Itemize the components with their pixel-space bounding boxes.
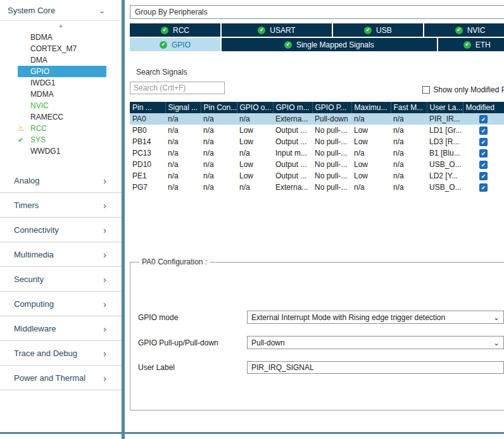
group-by-select[interactable]: Group By Peripherals ⌄: [130, 5, 504, 19]
table-cell: LD1 [Gr...: [427, 125, 463, 136]
user-label-input[interactable]: [247, 361, 504, 374]
column-header-pin[interactable]: Pin ...: [130, 102, 165, 113]
chevron-right-icon: ›: [103, 373, 106, 383]
show-modified-toggle[interactable]: Show only Modified Pins: [422, 85, 504, 94]
tab-usart[interactable]: ✔USART: [222, 23, 332, 37]
table-row-pa0[interactable]: PA0n/an/an/aExterna...Pull-downn/an/aPIR…: [130, 113, 504, 125]
table-cell: Low: [351, 170, 391, 182]
table-cell: Low: [237, 170, 273, 182]
table-cell: n/a: [391, 182, 427, 193]
table-cell: n/a: [391, 170, 427, 182]
table-cell: PD10: [130, 159, 165, 170]
peripheral-sidebar: System Core ⌄ ▴ BDMACORTEX_M7DMAGPIOIWDG…: [0, 0, 122, 439]
tab-gpio[interactable]: ✔GPIO: [130, 38, 220, 51]
chevron-right-icon: ›: [103, 200, 106, 211]
pins-table: Pin ...Signal ...Pin Con...GPIO o...GPIO…: [130, 102, 504, 193]
sidebar-item-rcc[interactable]: ⚠RCC: [0, 123, 122, 134]
sidebar-category-security[interactable]: Security›: [0, 267, 122, 292]
check-icon: ✔: [18, 134, 28, 145]
table-row-pe1[interactable]: PE1n/an/aLowOutput ...No pull-...Lown/aL…: [130, 170, 504, 182]
table-row-pd10[interactable]: PD10n/an/aLowOutput ...No pull-...Lown/a…: [130, 159, 504, 170]
sidebar-category-multimedia[interactable]: Multimedia›: [0, 242, 122, 267]
chevron-right-icon: ›: [103, 274, 106, 285]
tab-label: RCC: [173, 26, 189, 35]
scroll-up-icon[interactable]: ▴: [0, 21, 122, 30]
tab-nvic[interactable]: ✔NVIC: [424, 23, 504, 37]
tab-label: ETH: [476, 40, 491, 49]
sidebar-category-timers[interactable]: Timers›: [0, 193, 122, 218]
gpio-pull-select[interactable]: Pull-down⌄: [247, 336, 504, 349]
pins-table-body: PA0n/an/an/aExterna...Pull-downn/an/aPIR…: [130, 113, 504, 193]
sidebar-category-computing[interactable]: Computing›: [0, 292, 122, 316]
sidebar-category-connectivity[interactable]: Connectivity›: [0, 218, 122, 242]
sidebar-category-trace-and-debug[interactable]: Trace and Debug›: [0, 341, 122, 366]
table-cell: No pull-...: [312, 159, 351, 170]
table-cell: n/a: [201, 170, 237, 182]
show-modified-checkbox[interactable]: [422, 86, 430, 94]
check-circle-icon: ✔: [160, 41, 167, 49]
sidebar-item-dma[interactable]: DMA: [0, 54, 122, 66]
tab-row-2: ✔GPIO✔Single Mapped Signals✔ETH: [130, 38, 504, 51]
gpio-mode-value: External Interrupt Mode with Rising edge…: [251, 313, 445, 322]
modified-checkbox[interactable]: ✔: [479, 138, 488, 146]
sidebar-item-label: NVIC: [30, 101, 49, 110]
column-header-gpio-m[interactable]: GPIO m...: [273, 102, 312, 113]
modified-checkbox[interactable]: ✔: [479, 149, 488, 158]
sidebar-category-middleware[interactable]: Middleware›: [0, 316, 122, 341]
tab-eth[interactable]: ✔ETH: [438, 38, 504, 51]
table-cell: PB0: [130, 125, 165, 136]
column-header-maximu[interactable]: Maximu...: [351, 102, 391, 113]
category-label: Connectivity: [14, 225, 59, 235]
table-cell: Externa...: [273, 182, 312, 193]
tab-usb[interactable]: ✔USB: [333, 23, 423, 37]
table-cell: n/a: [201, 113, 237, 125]
sidebar-item-iwdg1[interactable]: IWDG1: [0, 77, 122, 89]
sidebar-section-system-core[interactable]: System Core ⌄: [0, 0, 122, 21]
modified-checkbox[interactable]: ✔: [479, 183, 488, 192]
sidebar-category-analog[interactable]: Analog›: [0, 168, 122, 193]
check-circle-icon: ✔: [463, 41, 471, 49]
table-cell: n/a: [351, 113, 391, 125]
sidebar-item-sys[interactable]: ✔SYS: [0, 134, 122, 145]
column-header-gpio-p[interactable]: GPIO P...: [312, 102, 351, 113]
sidebar-item-label: IWDG1: [30, 78, 55, 87]
table-row-pc13[interactable]: PC13n/an/an/aInput m...No pull-...n/an/a…: [130, 147, 504, 159]
sidebar-category-power-and-thermal[interactable]: Power and Thermal›: [0, 366, 122, 390]
table-cell: n/a: [351, 147, 391, 159]
sidebar-item-wwdg1[interactable]: WWDG1: [0, 145, 122, 157]
sidebar-item-ramecc[interactable]: RAMECC: [0, 111, 122, 123]
category-label: Multimedia: [14, 250, 54, 259]
search-input[interactable]: [130, 82, 225, 94]
modified-checkbox[interactable]: ✔: [479, 172, 488, 180]
column-header-pin-con[interactable]: Pin Con...: [201, 102, 237, 113]
sidebar-item-bdma[interactable]: BDMA: [0, 32, 122, 43]
tab-label: NVIC: [467, 26, 486, 35]
sidebar-item-gpio[interactable]: GPIO: [18, 66, 106, 77]
table-row-pb14[interactable]: PB14n/an/aLowOutput ...No pull-...Lown/a…: [130, 136, 504, 147]
tab-row-1: ✔RCC✔USART✔USB✔NVIC: [130, 23, 504, 37]
modified-checkbox[interactable]: ✔: [479, 161, 488, 169]
table-row-pg7[interactable]: PG7n/an/an/aExterna...No pull-...n/an/aU…: [130, 182, 504, 193]
table-cell: PA0: [130, 113, 165, 125]
category-label: Security: [14, 275, 44, 284]
gpio-mode-select[interactable]: External Interrupt Mode with Rising edge…: [247, 311, 504, 324]
column-header-signal[interactable]: Signal ...: [165, 102, 201, 113]
tab-label: USART: [270, 26, 295, 35]
column-header-user-la[interactable]: User La...: [427, 102, 463, 113]
column-header-modified[interactable]: Modified: [463, 102, 504, 113]
column-header-gpio-o[interactable]: GPIO o...: [237, 102, 273, 113]
table-cell: Low: [237, 159, 273, 170]
user-label-label: User Label: [138, 363, 247, 372]
column-header-fast-m[interactable]: Fast M...: [391, 102, 427, 113]
tab-single-mapped-signals[interactable]: ✔Single Mapped Signals: [222, 38, 437, 51]
check-circle-icon: ✔: [161, 27, 168, 34]
sidebar-item-nvic[interactable]: NVIC: [0, 100, 122, 111]
sidebar-item-cortex-m7[interactable]: CORTEX_M7: [0, 43, 122, 54]
table-cell: USB_O...: [427, 182, 463, 193]
table-row-pb0[interactable]: PB0n/an/aLowOutput ...No pull-...Lown/aL…: [130, 125, 504, 136]
tab-rcc[interactable]: ✔RCC: [130, 23, 220, 37]
modified-checkbox[interactable]: ✔: [479, 115, 488, 123]
chevron-right-icon: ›: [103, 299, 106, 309]
modified-checkbox[interactable]: ✔: [479, 127, 488, 135]
sidebar-item-mdma[interactable]: MDMA: [0, 89, 122, 100]
